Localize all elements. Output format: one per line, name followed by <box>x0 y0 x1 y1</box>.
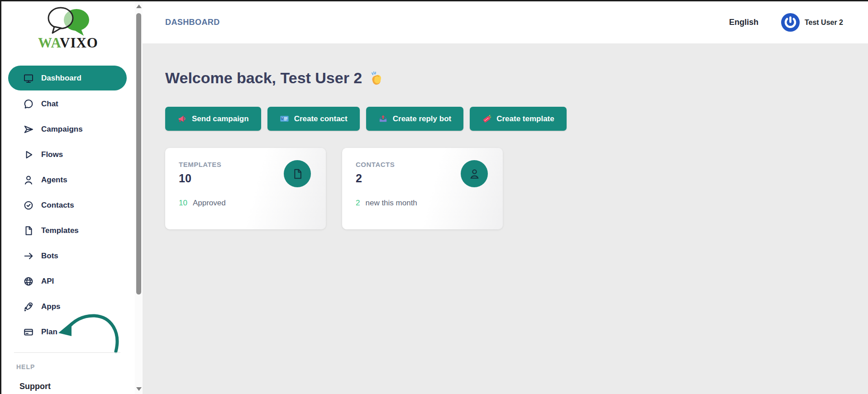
stat-delta-value: 10 <box>179 199 187 208</box>
create-template-button[interactable]: Create template <box>470 107 567 131</box>
sidebar-item-label: Campaigns <box>41 125 83 134</box>
scrollbar-down-arrow[interactable] <box>136 387 142 391</box>
sidebar-item-contacts[interactable]: Contacts <box>1 193 135 218</box>
user-name[interactable]: Test User 2 <box>805 19 843 27</box>
power-badge-icon[interactable] <box>781 13 800 32</box>
sidebar: WAVIXO Dashboard Chat <box>1 1 135 394</box>
sidebar-item-apps[interactable]: Apps <box>1 294 135 319</box>
scrollbar-thumb[interactable] <box>136 13 141 294</box>
sidebar-item-flows[interactable]: Flows <box>1 142 135 167</box>
stat-delta-row: 2 new this month <box>356 199 417 208</box>
megaphone-icon <box>177 114 187 123</box>
brand-wordmark: WAVIXO <box>1 35 135 51</box>
sidebar-divider <box>14 352 120 353</box>
chat-bubble-icon <box>23 99 34 109</box>
brand-logo[interactable]: WAVIXO <box>1 5 135 51</box>
person-icon <box>23 175 34 185</box>
person-icon <box>461 160 488 187</box>
sidebar-item-label: Apps <box>41 302 61 311</box>
rocket-icon <box>23 301 34 312</box>
paper-plane-icon <box>23 124 34 135</box>
sidebar-item-label: Chat <box>41 100 58 109</box>
red-ticket-icon <box>482 114 491 123</box>
sidebar-item-bots[interactable]: Bots <box>1 243 135 269</box>
sidebar-nav: Chat Campaigns Flows <box>1 91 135 345</box>
quick-actions-row: Send campaign Create contact <box>165 107 868 131</box>
wordmark-green: WA <box>38 35 60 51</box>
sidebar-item-label: Flows <box>41 150 63 159</box>
stat-delta-text: new this month <box>365 199 417 208</box>
sidebar-item-agents[interactable]: Agents <box>1 167 135 193</box>
stat-delta-row: 10 Approved <box>179 199 226 208</box>
page-title: Welcome back, Test User 2 <box>165 69 868 87</box>
sidebar-item-label: Bots <box>41 252 58 261</box>
sidebar-item-label: API <box>41 277 54 286</box>
clapping-hands-icon <box>368 70 385 86</box>
button-label: Send campaign <box>192 114 249 123</box>
play-triangle-icon <box>23 149 34 160</box>
sidebar-item-label: Templates <box>41 226 79 235</box>
logo-chat-bubbles-icon <box>39 5 97 38</box>
stat-cards-row: TEMPLATES 10 10 Approved CONTACTS 2 2 ne… <box>165 148 868 229</box>
button-label: Create template <box>496 114 554 123</box>
button-label: Create reply bot <box>393 114 451 123</box>
document-icon <box>284 160 311 187</box>
sidebar-item-label: Plan <box>41 328 57 337</box>
help-section-label: HELP <box>16 363 35 370</box>
topbar-right-group: English Test User 2 <box>729 1 843 43</box>
button-label: Create contact <box>294 114 348 123</box>
create-contact-button[interactable]: Create contact <box>267 107 360 131</box>
sidebar-item-chat[interactable]: Chat <box>1 91 135 117</box>
stat-delta-value: 2 <box>356 199 360 208</box>
app-window: WAVIXO Dashboard Chat <box>0 0 868 394</box>
stat-delta-text: Approved <box>193 199 226 208</box>
sidebar-scrollbar <box>135 1 143 394</box>
monitor-icon <box>23 73 34 84</box>
create-reply-bot-button[interactable]: Create reply bot <box>366 107 463 131</box>
sidebar-item-dashboard[interactable]: Dashboard <box>8 66 127 90</box>
scrollbar-up-arrow[interactable] <box>136 5 142 8</box>
outbox-tray-icon <box>378 114 388 123</box>
credit-card-icon <box>23 327 34 337</box>
contacts-stat-card[interactable]: CONTACTS 2 2 new this month <box>342 148 503 229</box>
globe-icon <box>23 276 34 287</box>
sidebar-item-api[interactable]: API <box>1 269 135 294</box>
contact-card-icon <box>280 114 289 123</box>
breadcrumb[interactable]: DASHBOARD <box>165 18 220 27</box>
document-icon <box>23 225 34 236</box>
sidebar-item-plan[interactable]: Plan <box>1 319 135 345</box>
topbar: DASHBOARD English Test User 2 <box>143 1 868 43</box>
main-content: Welcome back, Test User 2 <box>143 43 868 394</box>
language-selector[interactable]: English <box>729 18 758 27</box>
send-campaign-button[interactable]: Send campaign <box>165 107 261 131</box>
welcome-text: Welcome back, Test User 2 <box>165 69 362 87</box>
arrow-right-icon <box>23 251 34 261</box>
sidebar-item-templates[interactable]: Templates <box>1 218 135 243</box>
sidebar-item-label: Contacts <box>41 201 74 210</box>
sidebar-item-support[interactable]: Support <box>19 382 51 391</box>
sidebar-item-label: Agents <box>41 176 67 185</box>
sidebar-item-label: Dashboard <box>41 74 81 83</box>
badge-check-icon <box>23 200 34 211</box>
sidebar-item-campaigns[interactable]: Campaigns <box>1 117 135 142</box>
wordmark-dark: VIXO <box>60 35 98 51</box>
templates-stat-card[interactable]: TEMPLATES 10 10 Approved <box>165 148 326 229</box>
